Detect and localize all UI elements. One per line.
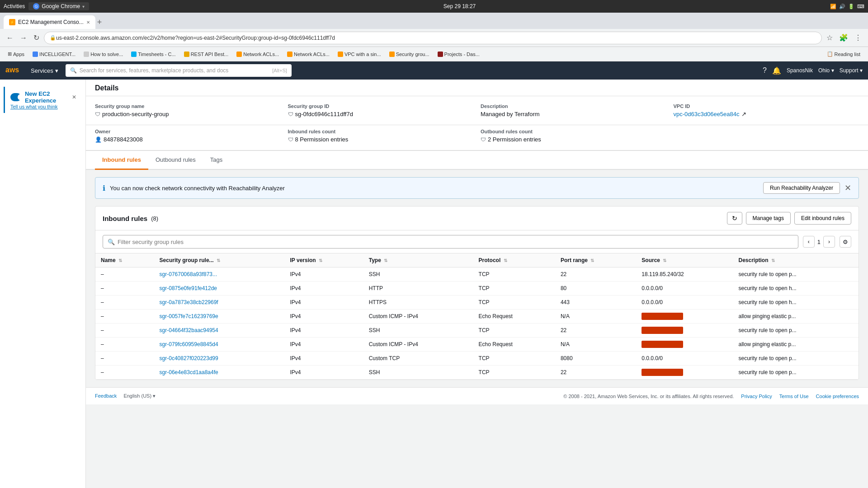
- details-header: Details: [86, 80, 868, 96]
- manage-tags-button[interactable]: Manage tags: [746, 212, 791, 225]
- run-reachability-button[interactable]: Run Reachability Analyzer: [763, 182, 840, 194]
- refresh-button[interactable]: ↻: [727, 212, 742, 225]
- cell-name: –: [95, 282, 154, 296]
- column-settings-button[interactable]: ⚙: [840, 236, 851, 248]
- prev-page-button[interactable]: ‹: [803, 236, 815, 248]
- user-menu[interactable]: SpanosNik: [787, 67, 813, 74]
- cell-rule-id[interactable]: sgr-0c40827f020223d99: [154, 352, 285, 366]
- cell-name: –: [95, 267, 154, 282]
- chevron-down-icon: ▾: [860, 67, 863, 74]
- new-tab-button[interactable]: +: [97, 18, 102, 27]
- tab-tags[interactable]: Tags: [203, 151, 230, 170]
- vpc-id-link[interactable]: vpc-0d63c3d06ee5ea84c: [674, 111, 740, 117]
- activities-label[interactable]: Activities: [4, 3, 25, 9]
- col-type: Type ⇅: [363, 253, 473, 267]
- search-input-wrap[interactable]: 🔍: [103, 235, 798, 249]
- cell-source: REDACTED/32: [636, 338, 733, 352]
- bookmark-how-to[interactable]: How to solve...: [80, 50, 126, 58]
- chrome-tab[interactable]: G Google Chrome ▾: [28, 2, 89, 10]
- bookmark-incelligent[interactable]: INCELLIGENT...: [29, 50, 79, 58]
- outbound-icon: 🛡: [481, 136, 486, 143]
- cell-rule-id[interactable]: sgr-0875e0fe91fe412de: [154, 282, 285, 296]
- next-page-button[interactable]: ›: [823, 236, 835, 248]
- cell-rule-id[interactable]: sgr-0057fe7c16239769e: [154, 310, 285, 324]
- table-row: – sgr-0a7873e38cb22969f IPv4 HTTPS TCP 4…: [95, 296, 859, 310]
- bookmark-vpc[interactable]: VPC with a sin...: [335, 50, 384, 58]
- close-exp-banner-icon[interactable]: ✕: [72, 94, 76, 100]
- chrome-label: Google Chrome: [42, 3, 80, 9]
- forward-button[interactable]: →: [18, 32, 29, 44]
- chevron-down-icon: ▾: [82, 4, 85, 9]
- bookmark-network-acls-1[interactable]: Network ACLs...: [233, 50, 282, 58]
- privacy-link[interactable]: Privacy Policy: [741, 394, 772, 399]
- cell-description: security rule to open h...: [733, 296, 859, 310]
- cell-name: –: [95, 352, 154, 366]
- cookies-link[interactable]: Cookie preferences: [816, 394, 859, 399]
- back-button[interactable]: ←: [5, 32, 15, 44]
- reload-button[interactable]: ↻: [32, 32, 41, 44]
- cell-source: REDACTED/32: [636, 366, 733, 380]
- bookmark-rest-api[interactable]: REST API Best...: [181, 50, 232, 58]
- services-button[interactable]: Services ▾: [31, 67, 58, 74]
- edit-inbound-rules-button[interactable]: Edit inbound rules: [794, 212, 851, 225]
- sort-icon: ⇅: [590, 258, 594, 263]
- cell-port: N/A: [555, 338, 636, 352]
- cell-rule-id[interactable]: sgr-0a7873e38cb22969f: [154, 296, 285, 310]
- close-tab-icon[interactable]: ✕: [86, 20, 90, 25]
- cell-description: allow pinging elastic p...: [733, 338, 859, 352]
- extensions-icon[interactable]: 🧩: [837, 32, 850, 44]
- sg-id-field: Security group ID 🛡 sg-0fdc6946c111dff7d: [288, 103, 474, 117]
- region-selector[interactable]: Ohio ▾: [818, 67, 834, 74]
- external-link-icon: ↗: [741, 111, 746, 117]
- aws-search-bar[interactable]: 🔍 Search for services, features, marketp…: [66, 64, 292, 77]
- sort-icon: ⇅: [118, 258, 122, 263]
- svg-text:aws: aws: [5, 66, 19, 74]
- col-ip-version: IP version ⇅: [285, 253, 363, 267]
- col-description: Description ⇅: [733, 253, 859, 267]
- bookmark-security-group[interactable]: Security grou...: [386, 50, 433, 58]
- inbound-icon: 🛡: [288, 136, 293, 143]
- language-selector[interactable]: English (US) ▾: [123, 393, 156, 399]
- bookmark-apps[interactable]: ⊞ Apps: [5, 50, 28, 58]
- sort-icon: ⇅: [504, 258, 507, 263]
- rules-title: Inbound rules: [103, 215, 147, 222]
- terms-link[interactable]: Terms of Use: [779, 394, 809, 399]
- browser-tabs: ⚡ EC2 Management Conso... ✕ +: [0, 13, 868, 29]
- sort-icon: ⇅: [663, 258, 666, 263]
- menu-icon[interactable]: ⋮: [853, 32, 863, 44]
- taskbar-left: Activities G Google Chrome ▾: [4, 2, 89, 10]
- tab-inbound-rules[interactable]: Inbound rules: [95, 151, 148, 170]
- cell-port: 22: [555, 267, 636, 282]
- feedback-label[interactable]: Feedback: [95, 393, 117, 399]
- support-menu[interactable]: Support ▾: [840, 67, 863, 74]
- address-bar[interactable]: 🔒 us-east-2.console.aws.amazon.com/ec2/v…: [44, 32, 822, 44]
- bookmark-icon[interactable]: ☆: [825, 32, 835, 44]
- cell-rule-id[interactable]: sgr-07670068a93f873...: [154, 267, 285, 282]
- cell-port: 22: [555, 366, 636, 380]
- tab-outbound-rules[interactable]: Outbound rules: [148, 151, 203, 170]
- search-input[interactable]: [118, 239, 793, 245]
- bookmark-timesheets[interactable]: Timesheets - C...: [128, 50, 179, 58]
- bookmark-projects[interactable]: Projects - Das...: [434, 50, 483, 58]
- new-exp-toggle[interactable]: [10, 93, 21, 101]
- col-protocol: Protocol ⇅: [473, 253, 555, 267]
- cell-rule-id[interactable]: sgr-079fc60959e8845d4: [154, 338, 285, 352]
- cell-rule-id[interactable]: sgr-04664f32baac94954: [154, 324, 285, 338]
- cell-source: 0.0.0.0/0: [636, 352, 733, 366]
- cell-port: 22: [555, 324, 636, 338]
- cell-name: –: [95, 366, 154, 380]
- info-icon: ℹ: [103, 184, 105, 192]
- aws-logo: aws: [5, 64, 24, 77]
- close-banner-button[interactable]: ✕: [844, 183, 851, 193]
- cell-rule-id[interactable]: sgr-06e4e83cd1aa8a4fe: [154, 366, 285, 380]
- new-ec2-experience-banner: New EC2 Experience ✕ Tell us what you th…: [4, 87, 82, 113]
- bookmark-network-acls-2[interactable]: Network ACLs...: [284, 50, 333, 58]
- page-number: 1: [817, 239, 821, 245]
- rules-count: (8): [151, 215, 158, 222]
- bookmark-reading-list[interactable]: 📋 Reading list: [824, 50, 863, 58]
- browser-tab-ec2[interactable]: ⚡ EC2 Management Conso... ✕: [4, 15, 95, 29]
- taskbar-datetime: Sep 29 18:27: [443, 3, 476, 9]
- cell-ip-version: IPv4: [285, 324, 363, 338]
- cell-protocol: TCP: [473, 324, 555, 338]
- search-icon: 🔍: [70, 67, 77, 74]
